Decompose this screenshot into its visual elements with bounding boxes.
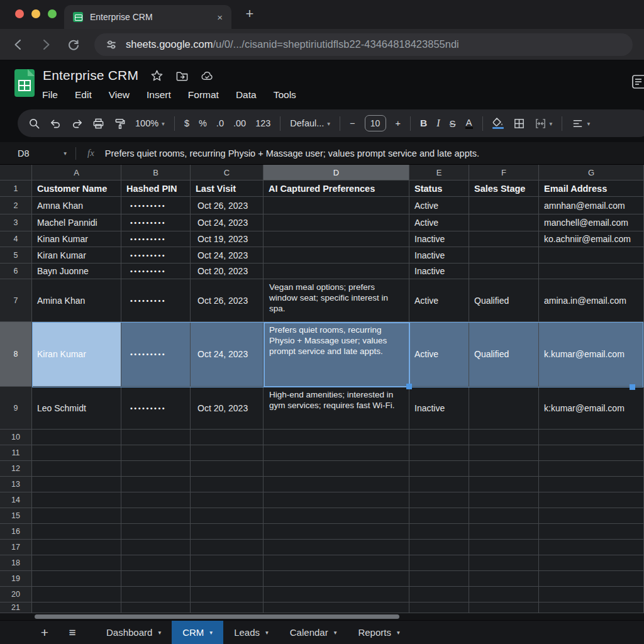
cell-C8[interactable]: Oct 24, 2023 — [191, 322, 264, 387]
increase-font-size-button[interactable]: + — [396, 118, 401, 128]
cell-A4[interactable]: Kinan Kumar — [32, 231, 121, 247]
cell-E10[interactable] — [409, 430, 469, 445]
cell-A18[interactable] — [32, 555, 121, 571]
add-sheet-button[interactable]: + — [35, 625, 54, 640]
cell-B5[interactable]: ••••••••• — [121, 247, 191, 264]
cell-E18[interactable] — [409, 555, 469, 571]
move-folder-icon[interactable] — [175, 69, 189, 82]
cell-B7[interactable]: ••••••••• — [121, 279, 191, 322]
cell-C3[interactable]: Oct 24, 2023 — [191, 214, 264, 231]
row-header-21[interactable]: 21 — [0, 602, 32, 613]
sheet-tab-leads[interactable]: Leads▾ — [223, 621, 279, 644]
comments-panel-icon[interactable] — [632, 74, 644, 89]
minimize-window-button[interactable] — [31, 9, 40, 18]
fill-handle[interactable] — [630, 384, 635, 390]
italic-button[interactable]: I — [436, 118, 440, 129]
name-box[interactable]: D8 ▾ — [0, 148, 75, 158]
cell-B4[interactable]: ••••••••• — [121, 231, 191, 247]
column-header-F[interactable]: F — [469, 165, 539, 180]
menu-insert[interactable]: Insert — [147, 89, 171, 101]
row-header-4[interactable]: 4 — [0, 231, 32, 247]
cell-C18[interactable] — [191, 555, 264, 571]
increase-decimal-button[interactable]: .00 — [233, 118, 246, 128]
cell-C6[interactable]: Oct 20, 2023 — [191, 264, 264, 279]
cell-C2[interactable]: Oct 26, 2023 — [191, 197, 264, 214]
zoom-control[interactable]: 100% ▾ — [135, 118, 165, 128]
cell-A20[interactable] — [32, 587, 121, 602]
cloud-saved-icon[interactable] — [201, 69, 214, 82]
cell-C19[interactable] — [191, 571, 264, 587]
column-header-E[interactable]: E — [409, 165, 469, 180]
menu-tools[interactable]: Tools — [274, 89, 296, 101]
cell-D17[interactable] — [264, 540, 409, 555]
row-header-8[interactable]: 8 — [0, 322, 32, 387]
maximize-window-button[interactable] — [48, 9, 57, 18]
cell-A10[interactable] — [32, 430, 121, 445]
row-header-10[interactable]: 10 — [0, 430, 32, 445]
horizontal-align-control[interactable]: ▾ — [572, 118, 590, 130]
cell-G6[interactable] — [539, 264, 644, 279]
cell-F14[interactable] — [469, 492, 539, 508]
cell-C21[interactable] — [191, 602, 264, 613]
row-header-18[interactable]: 18 — [0, 555, 32, 571]
cell-A9[interactable]: Leo Schmidt — [32, 387, 121, 430]
cell-E12[interactable] — [409, 461, 469, 477]
cell-D21[interactable] — [264, 602, 409, 613]
cell-F7[interactable]: Qualified — [469, 279, 539, 322]
cell-E15[interactable] — [409, 508, 469, 524]
cell-C1[interactable]: Last Visit — [191, 180, 264, 197]
site-settings-icon[interactable] — [104, 38, 118, 52]
cell-G5[interactable] — [539, 247, 644, 264]
cell-C20[interactable] — [191, 587, 264, 602]
cell-E20[interactable] — [409, 587, 469, 602]
cell-B13[interactable] — [121, 477, 191, 492]
cell-G4[interactable]: ko.achniir@email.com — [539, 231, 644, 247]
cell-F6[interactable] — [469, 264, 539, 279]
row-header-12[interactable]: 12 — [0, 461, 32, 477]
cell-B6[interactable]: ••••••••• — [121, 264, 191, 279]
undo-icon[interactable] — [50, 118, 62, 130]
cell-E19[interactable] — [409, 571, 469, 587]
cell-D10[interactable] — [264, 430, 409, 445]
bold-button[interactable]: B — [420, 118, 427, 129]
cell-A5[interactable]: Kiran Kumar — [32, 247, 121, 264]
cell-A7[interactable]: Amina Khan — [32, 279, 121, 322]
cell-B3[interactable]: ••••••••• — [121, 214, 191, 231]
cell-D20[interactable] — [264, 587, 409, 602]
cell-A2[interactable]: Amna Khan — [32, 197, 121, 214]
cell-G20[interactable] — [539, 587, 644, 602]
cell-A6[interactable]: Bayn Juonne — [32, 264, 121, 279]
cell-G7[interactable]: amina.in@email.com — [539, 279, 644, 322]
cell-E21[interactable] — [409, 602, 469, 613]
cell-G21[interactable] — [539, 602, 644, 613]
cell-G9[interactable]: k:kumar@email.com — [539, 387, 644, 430]
cell-E1[interactable]: Status — [409, 180, 469, 197]
formula-input[interactable]: Prefers quiet rooms, recurring Physio + … — [105, 148, 644, 158]
cell-G2[interactable]: amnhan@email.com — [539, 197, 644, 214]
reload-icon[interactable] — [67, 38, 80, 52]
cell-F19[interactable] — [469, 571, 539, 587]
merge-cells-control[interactable]: ▾ — [535, 118, 553, 130]
menu-format[interactable]: Format — [188, 89, 219, 101]
forward-icon[interactable] — [39, 38, 53, 52]
cell-F4[interactable] — [469, 231, 539, 247]
cell-D16[interactable] — [264, 524, 409, 540]
cell-F15[interactable] — [469, 508, 539, 524]
cell-F1[interactable]: Sales Stage — [469, 180, 539, 197]
cell-C13[interactable] — [191, 477, 264, 492]
cell-A13[interactable] — [32, 477, 121, 492]
cell-E13[interactable] — [409, 477, 469, 492]
horizontal-scrollbar[interactable] — [0, 613, 644, 620]
row-header-19[interactable]: 19 — [0, 571, 32, 587]
cell-A1[interactable]: Customer Name — [32, 180, 121, 197]
cell-E16[interactable] — [409, 524, 469, 540]
close-tab-icon[interactable]: × — [217, 12, 223, 23]
borders-icon[interactable] — [513, 118, 525, 130]
cell-E8[interactable]: Active — [409, 322, 469, 387]
cell-G10[interactable] — [539, 430, 644, 445]
cell-D5[interactable] — [264, 247, 409, 264]
cell-B16[interactable] — [121, 524, 191, 540]
cell-D18[interactable] — [264, 555, 409, 571]
row-header-11[interactable]: 11 — [0, 445, 32, 461]
cell-F17[interactable] — [469, 540, 539, 555]
